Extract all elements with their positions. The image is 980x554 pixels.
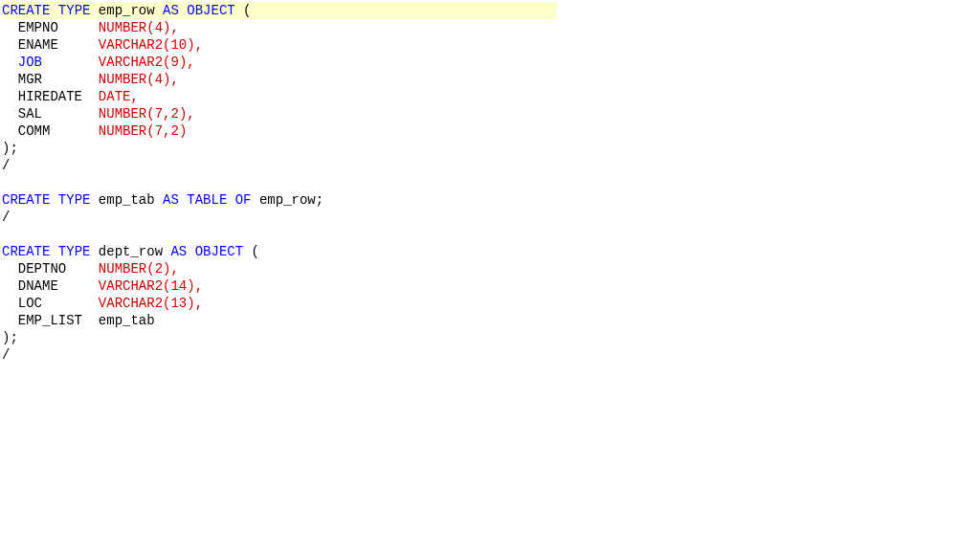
code-token <box>2 20 18 35</box>
code-line[interactable]: DNAME VARCHAR2(14), <box>2 277 978 295</box>
code-token: , <box>170 20 178 35</box>
code-token <box>90 244 98 259</box>
code-token: emp_row <box>259 192 316 208</box>
code-token: 9 <box>170 55 178 70</box>
code-token: VARCHAR2 <box>99 37 163 53</box>
code-token: NUMBER <box>99 261 146 277</box>
code-token <box>2 55 18 70</box>
code-line[interactable] <box>2 174 978 191</box>
code-token: VARCHAR2 <box>99 278 163 294</box>
code-token <box>50 192 57 208</box>
code-line[interactable]: JOB VARCHAR2(9), <box>2 54 978 71</box>
code-line[interactable]: MGR NUMBER(4), <box>2 71 978 88</box>
code-token: AS <box>163 3 179 18</box>
code-line[interactable]: ); <box>2 140 978 157</box>
code-token: dept_row <box>99 244 163 259</box>
code-token: DATE <box>99 89 131 104</box>
code-token: TABLE <box>187 192 227 208</box>
code-line[interactable]: ENAME VARCHAR2(10), <box>2 36 978 54</box>
code-token: MGR <box>18 72 42 87</box>
code-token: AS <box>170 244 187 259</box>
code-token: , <box>195 296 203 311</box>
code-line[interactable]: / <box>2 157 978 174</box>
code-line[interactable]: HIREDATE DATE, <box>2 88 978 105</box>
code-token: AS <box>163 192 179 208</box>
code-token <box>58 278 99 294</box>
code-token: ; <box>10 141 17 156</box>
code-token: , <box>195 278 203 294</box>
code-token: HIREDATE <box>18 89 82 104</box>
code-token <box>58 20 99 35</box>
code-token: TYPE <box>58 192 91 208</box>
code-token <box>82 313 99 328</box>
code-token <box>42 106 99 122</box>
code-token: TYPE <box>58 244 91 259</box>
code-line[interactable]: EMPNO NUMBER(4), <box>2 19 978 36</box>
code-token <box>235 3 243 18</box>
code-token: JOB <box>18 55 42 70</box>
code-line[interactable]: / <box>2 209 978 226</box>
code-token <box>187 244 194 259</box>
code-line[interactable]: DEPTNO NUMBER(2), <box>2 260 978 277</box>
code-token: TYPE <box>58 3 91 18</box>
code-line[interactable] <box>2 226 978 243</box>
code-token <box>2 89 18 104</box>
code-token: VARCHAR2 <box>99 296 163 311</box>
code-token <box>50 3 57 18</box>
code-token: NUMBER <box>99 123 146 139</box>
code-line[interactable]: ); <box>2 329 978 346</box>
code-token: CREATE <box>2 192 50 208</box>
code-token: DEPTNO <box>18 261 66 277</box>
code-token: 14 <box>170 278 187 294</box>
code-token: 2 <box>155 261 163 277</box>
code-token: ( <box>146 261 154 277</box>
code-token: 4 <box>155 72 163 87</box>
code-line[interactable]: CREATE TYPE emp_tab AS TABLE OF emp_row; <box>2 191 978 209</box>
code-token: COMM <box>18 123 51 139</box>
code-token: 2 <box>170 106 178 122</box>
code-token: VARCHAR2 <box>99 55 163 70</box>
code-token: 7 <box>155 123 163 139</box>
code-token <box>50 123 98 139</box>
code-line[interactable]: EMP_LIST emp_tab <box>2 312 978 329</box>
code-token: ; <box>316 192 323 208</box>
code-token: OBJECT <box>195 244 243 259</box>
code-line[interactable]: COMM NUMBER(7,2) <box>2 122 978 140</box>
code-token: DNAME <box>18 278 58 294</box>
code-token: emp_row <box>99 3 155 18</box>
code-token <box>2 227 10 242</box>
code-token <box>66 261 99 277</box>
code-token: ; <box>10 330 17 345</box>
code-token <box>2 175 10 190</box>
code-token: ( <box>243 3 251 18</box>
code-token <box>2 261 18 277</box>
code-token <box>50 244 57 259</box>
code-token: / <box>2 210 10 225</box>
code-token <box>42 72 99 87</box>
code-token: , <box>187 55 194 70</box>
code-token <box>90 192 98 208</box>
code-token: , <box>195 37 203 53</box>
code-token <box>2 72 18 87</box>
code-token: OBJECT <box>187 3 234 18</box>
code-token: ) <box>179 123 187 139</box>
code-line[interactable]: CREATE TYPE emp_row AS OBJECT ( <box>2 2 978 19</box>
code-token <box>2 123 18 139</box>
code-token <box>58 37 99 53</box>
code-token: 13 <box>170 296 187 311</box>
code-token <box>2 278 18 294</box>
code-token <box>2 106 18 122</box>
code-line[interactable]: CREATE TYPE dept_row AS OBJECT ( <box>2 243 978 260</box>
code-token: ) <box>187 37 194 53</box>
code-token: CREATE <box>2 3 50 18</box>
code-token: 7 <box>155 106 163 122</box>
code-line[interactable]: SAL NUMBER(7,2), <box>2 105 978 122</box>
code-token: ( <box>146 123 154 139</box>
code-line[interactable]: / <box>2 346 978 364</box>
code-token <box>2 37 18 53</box>
code-token: / <box>2 158 10 173</box>
sql-editor[interactable]: CREATE TYPE emp_row AS OBJECT ( EMPNO NU… <box>2 2 978 364</box>
code-line[interactable]: LOC VARCHAR2(13), <box>2 295 978 312</box>
code-token: ( <box>146 72 154 87</box>
code-token: NUMBER <box>99 106 146 122</box>
